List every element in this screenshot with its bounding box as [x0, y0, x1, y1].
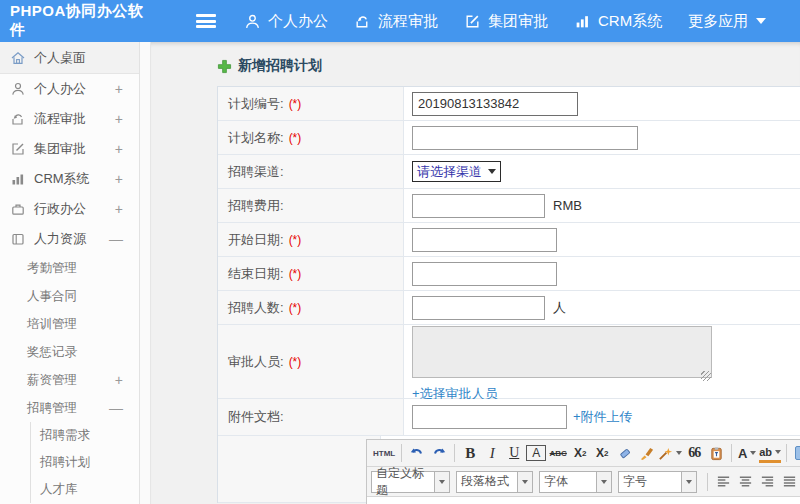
sidebar-item-group-approval[interactable]: 集团审批 + — [0, 134, 139, 164]
sidebar-item-rewards[interactable]: 奖惩记录 — [0, 338, 139, 366]
sidebar-item-crm-system[interactable]: CRM系统 + — [0, 164, 139, 194]
html-source-button[interactable]: HTML — [372, 443, 396, 463]
combo-caret-button[interactable] — [597, 471, 612, 493]
italic-button[interactable]: I — [482, 443, 502, 463]
required-mark: (*) — [289, 355, 302, 369]
sidebar-item-hr-contract[interactable]: 人事合同 — [0, 282, 139, 310]
highlight-color-button[interactable]: ab — [759, 443, 781, 463]
form-row-fee: 招聘费用: RMB — [218, 189, 800, 223]
font-size-combo[interactable]: 字号 — [618, 471, 697, 493]
paste-icon[interactable] — [706, 443, 726, 463]
strikethrough-button[interactable]: ABC — [548, 443, 568, 463]
sidebar-item-personal-office[interactable]: 个人办公 + — [0, 74, 139, 104]
heading-combo[interactable]: 自定义标题 — [371, 471, 450, 493]
font-color-button[interactable]: A — [737, 443, 757, 463]
sidebar-item-personal-desktop[interactable]: 个人桌面 — [0, 42, 139, 74]
channel-select[interactable]: 请选择渠道 — [412, 161, 501, 182]
sidebar-item-workflow-approval[interactable]: 流程审批 + — [0, 104, 139, 134]
sidebar-item-recruit-demand[interactable]: 招聘需求 — [31, 422, 139, 449]
approver-textarea[interactable] — [412, 326, 712, 378]
fee-input[interactable] — [412, 194, 545, 218]
resize-grip-icon[interactable] — [701, 371, 711, 381]
font-family-combo[interactable]: 字体 — [539, 471, 612, 493]
align-justify-icon[interactable] — [779, 472, 799, 492]
paragraph-combo[interactable]: 段落格式 — [456, 471, 533, 493]
align-left-icon[interactable] — [713, 472, 733, 492]
caret-down-icon — [756, 18, 766, 24]
expand-plus-icon[interactable]: + — [115, 81, 129, 97]
sidebar-item-training[interactable]: 培训管理 — [0, 310, 139, 338]
combo-caret-button[interactable] — [518, 471, 533, 493]
main-content: 新增招聘计划 计划编号:(*) 计划名称:(*) 招聘渠道: 请选择渠道 — [151, 42, 800, 504]
align-right-icon[interactable] — [757, 472, 777, 492]
superscript-button[interactable]: X2 — [570, 443, 590, 463]
field-label: 招聘渠道: — [228, 163, 284, 181]
collapse-minus-icon[interactable]: — — [109, 400, 139, 416]
subscript-button[interactable]: X2 — [592, 443, 612, 463]
edit-icon — [10, 141, 26, 157]
sidebar-item-attendance[interactable]: 考勤管理 — [0, 254, 139, 282]
combo-caret-button[interactable] — [435, 471, 450, 493]
headcount-unit-label: 人 — [553, 299, 566, 317]
plus-icon — [217, 59, 232, 74]
sidebar-item-recruit-plan[interactable]: 招聘计划 — [31, 449, 139, 476]
sidebar-item-label: 人事合同 — [27, 288, 139, 305]
form-row-channel: 招聘渠道: 请选择渠道 — [218, 155, 800, 189]
nav-workflow-approval[interactable]: 流程审批 — [354, 12, 438, 31]
collapse-minus-icon[interactable]: — — [109, 231, 129, 247]
menu-icon[interactable] — [196, 14, 216, 28]
sidebar-item-label: 个人桌面 — [34, 49, 129, 67]
redo-icon[interactable] — [429, 443, 449, 463]
headcount-input[interactable] — [412, 296, 545, 320]
sidebar-item-talent-pool[interactable]: 人才库 — [31, 476, 139, 503]
caret-down-icon — [750, 451, 756, 455]
clipped-icon[interactable] — [792, 443, 800, 463]
attachment-upload-link[interactable]: +附件上传 — [573, 408, 633, 426]
blockquote-button[interactable]: 66 — [684, 443, 704, 463]
sidebar-item-label: 招聘管理 — [27, 400, 109, 417]
nav-more-apps[interactable]: 更多应用 — [688, 12, 766, 31]
field-label: 计划名称: — [228, 129, 284, 147]
expand-plus-icon[interactable]: + — [115, 141, 129, 157]
combo-caret-button[interactable] — [682, 471, 697, 493]
expand-plus-icon[interactable]: + — [115, 111, 129, 127]
eraser-icon[interactable] — [614, 443, 634, 463]
underline-button[interactable]: U — [504, 443, 524, 463]
brush-icon[interactable] — [636, 443, 656, 463]
boxed-a-button[interactable]: A — [526, 445, 546, 461]
end-date-input[interactable] — [412, 262, 557, 286]
plan-no-input[interactable] — [412, 92, 578, 116]
sidebar-item-label: 奖惩记录 — [27, 344, 139, 361]
editor-content-area[interactable] — [367, 497, 800, 504]
plan-name-input[interactable] — [412, 126, 638, 150]
sidebar-item-label: 考勤管理 — [27, 260, 139, 277]
sidebar-item-recruit-manage[interactable]: 招聘管理 — — [0, 394, 139, 422]
sidebar-scrollbar[interactable] — [140, 42, 151, 504]
expand-plus-icon[interactable]: + — [115, 171, 129, 187]
app-window: PHPOA协同办公软件 个人办公 流程审批 集团审批 — [0, 0, 800, 504]
sidebar-item-label: 集团审批 — [34, 140, 115, 158]
nav-personal-office[interactable]: 个人办公 — [244, 12, 328, 31]
expand-plus-icon[interactable]: + — [115, 201, 129, 217]
sidebar-item-human-resources[interactable]: 人力资源 — — [0, 224, 139, 254]
required-mark: (*) — [289, 301, 302, 315]
nav-group-approval[interactable]: 集团审批 — [464, 12, 548, 31]
expand-plus-icon[interactable]: + — [115, 372, 139, 388]
sidebar-item-admin-office[interactable]: 行政办公 + — [0, 194, 139, 224]
required-mark: (*) — [289, 131, 302, 145]
top-nav: 个人办公 流程审批 集团审批 CRM系统 更多应用 — [244, 12, 792, 31]
nav-crm-system[interactable]: CRM系统 — [574, 12, 662, 31]
form-row-start-date: 开始日期:(*) — [218, 223, 800, 257]
undo-icon[interactable] — [407, 443, 427, 463]
field-label: 审批人员: — [228, 353, 284, 371]
sidebar-item-salary[interactable]: 薪资管理 + — [0, 366, 139, 394]
start-date-input[interactable] — [412, 228, 557, 252]
field-label: 结束日期: — [228, 265, 284, 283]
attachment-input[interactable] — [412, 405, 567, 429]
align-center-icon[interactable] — [735, 472, 755, 492]
caret-down-icon — [686, 480, 692, 484]
magic-wand-icon[interactable] — [658, 443, 682, 463]
bold-button[interactable]: B — [460, 443, 480, 463]
user-icon — [10, 81, 26, 97]
form-row-plan-no: 计划编号:(*) — [218, 87, 800, 121]
